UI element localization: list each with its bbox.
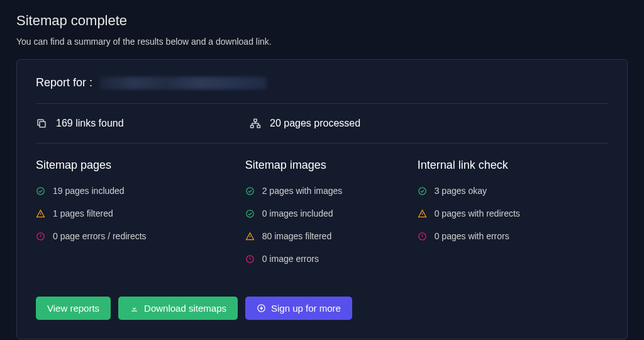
check-icon xyxy=(245,209,255,218)
svg-rect-2 xyxy=(251,125,254,128)
download-label: Download sitemaps xyxy=(144,303,226,314)
report-card: Report for : 169 links found 20 pages pr… xyxy=(16,59,628,339)
report-item-text: 0 page errors / redirects xyxy=(53,231,147,241)
report-column: Sitemap images2 pages with images0 image… xyxy=(245,159,418,276)
report-item: 19 pages included xyxy=(36,186,245,196)
sign-up-button[interactable]: Sign up for more xyxy=(245,297,352,320)
download-sitemaps-button[interactable]: Download sitemaps xyxy=(118,297,238,320)
column-title: Sitemap images xyxy=(245,159,418,172)
warn-icon xyxy=(418,209,427,218)
column-title: Internal link check xyxy=(418,159,608,172)
button-row: View reports Download sitemaps Sign up f… xyxy=(36,297,608,320)
page-subtitle: You can find a summary of the results be… xyxy=(16,37,628,47)
links-found-stat: 169 links found xyxy=(36,118,250,129)
columns: Sitemap pages19 pages included1 pages fi… xyxy=(36,144,608,297)
report-column: Sitemap pages19 pages included1 pages fi… xyxy=(36,159,245,276)
report-header: Report for : xyxy=(36,76,608,104)
report-item-text: 0 pages with redirects xyxy=(435,208,520,218)
report-item-text: 2 pages with images xyxy=(262,186,343,196)
report-item: 1 pages filtered xyxy=(36,208,245,218)
page-title: Sitemap complete xyxy=(16,13,628,29)
sign-up-label: Sign up for more xyxy=(271,303,341,314)
report-item-text: 19 pages included xyxy=(53,186,125,196)
warn-icon xyxy=(36,209,45,218)
report-item-text: 0 pages with errors xyxy=(435,231,509,241)
copy-icon xyxy=(36,118,47,129)
report-item: 0 page errors / redirects xyxy=(36,231,245,241)
report-item-text: 1 pages filtered xyxy=(53,208,113,218)
report-item: 80 images filtered xyxy=(245,231,418,241)
download-icon xyxy=(130,303,139,313)
report-domain-redacted xyxy=(100,77,267,89)
svg-point-4 xyxy=(37,187,44,194)
report-item: 3 pages okay xyxy=(418,186,608,196)
svg-point-6 xyxy=(247,187,253,194)
view-reports-button[interactable]: View reports xyxy=(36,297,111,320)
svg-rect-0 xyxy=(40,122,45,127)
error-icon xyxy=(245,254,255,264)
check-icon xyxy=(36,186,45,196)
report-item-text: 80 images filtered xyxy=(262,231,332,241)
report-item: 0 pages with redirects xyxy=(418,208,608,218)
report-item: 0 image errors xyxy=(245,254,418,264)
sitemap-icon xyxy=(250,118,261,129)
view-reports-label: View reports xyxy=(47,303,99,314)
column-title: Sitemap pages xyxy=(36,159,245,172)
check-icon xyxy=(245,186,255,196)
svg-point-9 xyxy=(419,187,426,194)
report-item-text: 0 images included xyxy=(262,208,333,218)
report-item: 0 images included xyxy=(245,208,418,218)
report-item: 2 pages with images xyxy=(245,186,418,196)
pages-processed-stat: 20 pages processed xyxy=(250,118,464,129)
report-item-text: 3 pages okay xyxy=(435,186,487,196)
stats-row: 169 links found 20 pages processed xyxy=(36,104,608,144)
links-found-text: 169 links found xyxy=(56,118,124,129)
check-icon xyxy=(418,186,427,196)
report-column: Internal link check3 pages okay0 pages w… xyxy=(418,159,608,276)
pages-processed-text: 20 pages processed xyxy=(270,118,360,129)
svg-rect-3 xyxy=(257,125,260,128)
warn-icon xyxy=(245,232,255,241)
error-icon xyxy=(36,232,45,241)
report-item: 0 pages with errors xyxy=(418,231,608,241)
report-item-text: 0 image errors xyxy=(262,254,319,264)
arrow-right-circle-icon xyxy=(257,303,266,313)
error-icon xyxy=(418,232,427,241)
svg-rect-1 xyxy=(254,119,257,122)
report-for-label: Report for : xyxy=(36,76,92,89)
svg-point-7 xyxy=(247,210,253,217)
